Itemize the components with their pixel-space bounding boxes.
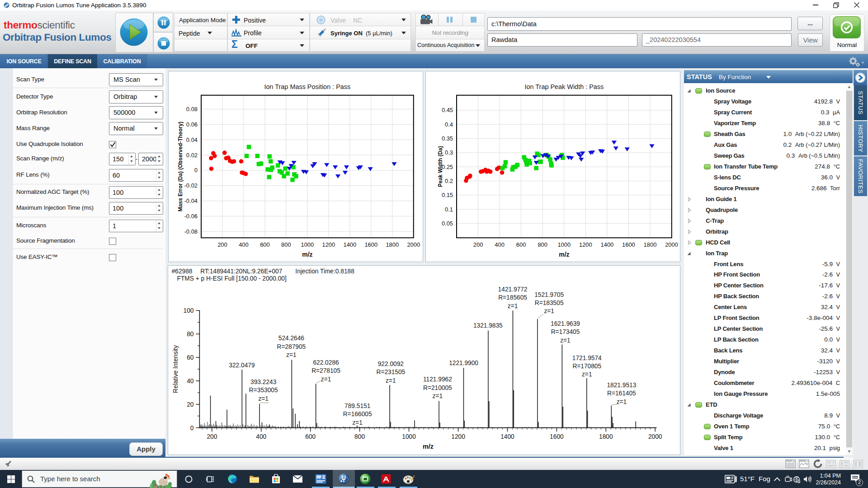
svg-text:0.02: 0.02 xyxy=(186,152,198,159)
svg-text:0.06: 0.06 xyxy=(186,121,198,128)
svg-text:R=185605: R=185605 xyxy=(498,294,527,301)
svg-text:1221.9900: 1221.9900 xyxy=(449,360,478,366)
svg-text:1421.9772: 1421.9772 xyxy=(498,286,528,293)
svg-text:0.45: 0.45 xyxy=(442,107,453,113)
svg-text:RT:1489441:20NL:9.26E+007: RT:1489441:20NL:9.26E+007 xyxy=(200,268,282,275)
svg-text:1000: 1000 xyxy=(557,241,571,248)
svg-text:0.3: 0.3 xyxy=(445,149,453,156)
svg-text:R=353005: R=353005 xyxy=(249,387,278,394)
svg-text:Mass Error (Da) (Observed-Theo: Mass Error (Da) (Observed-Theory) xyxy=(177,122,184,211)
svg-text:2000: 2000 xyxy=(648,433,662,440)
svg-text:1400: 1400 xyxy=(500,433,514,440)
svg-text:1200: 1200 xyxy=(579,241,592,248)
svg-text:R=170805: R=170805 xyxy=(572,363,601,370)
svg-text:z=1: z=1 xyxy=(321,376,331,383)
svg-text:200: 200 xyxy=(207,433,217,440)
svg-text:0: 0 xyxy=(190,425,194,432)
svg-text:-0.04: -0.04 xyxy=(184,197,198,204)
svg-text:2000: 2000 xyxy=(665,241,678,248)
svg-text:R=210005: R=210005 xyxy=(423,385,452,391)
svg-text:z=1: z=1 xyxy=(286,352,297,358)
svg-text:0.2: 0.2 xyxy=(445,178,453,184)
svg-text:Injection Time:0.8188: Injection Time:0.8188 xyxy=(295,268,354,275)
svg-text:800: 800 xyxy=(281,241,291,248)
svg-text:1321.9835: 1321.9835 xyxy=(473,322,503,329)
svg-text:922.0092: 922.0092 xyxy=(378,361,404,367)
svg-text:1721.9574: 1721.9574 xyxy=(572,355,602,361)
svg-text:600: 600 xyxy=(305,433,316,440)
svg-text:60: 60 xyxy=(187,354,194,361)
svg-text:Relative Intensity: Relative Intensity xyxy=(172,345,179,393)
svg-text:z=1: z=1 xyxy=(582,371,592,378)
svg-text:200: 200 xyxy=(217,241,227,248)
svg-text:1821.9513: 1821.9513 xyxy=(607,382,636,389)
svg-text:m/z: m/z xyxy=(423,443,434,450)
svg-text:600: 600 xyxy=(260,241,270,248)
svg-text:2000: 2000 xyxy=(407,241,420,248)
svg-text:1200: 1200 xyxy=(451,433,465,440)
svg-text:R=166005: R=166005 xyxy=(343,411,372,418)
svg-text:100: 100 xyxy=(184,307,194,314)
svg-text:322.0479: 322.0479 xyxy=(229,362,255,369)
svg-text:40: 40 xyxy=(187,378,194,385)
svg-text:z=1: z=1 xyxy=(508,303,518,310)
svg-text:0.35: 0.35 xyxy=(442,135,453,142)
svg-text:200: 200 xyxy=(473,241,483,248)
svg-text:z=1: z=1 xyxy=(386,377,396,384)
svg-text:80: 80 xyxy=(187,331,194,338)
svg-text:R=161405: R=161405 xyxy=(607,390,636,397)
svg-text:Ion Trap Mass Position : Pass: Ion Trap Mass Position : Pass xyxy=(264,83,350,90)
svg-text:z=1: z=1 xyxy=(258,395,269,402)
svg-text:Peak Width (Da): Peak Width (Da) xyxy=(437,146,443,187)
svg-text:1621.9639: 1621.9639 xyxy=(551,320,580,327)
svg-text:1521.9705: 1521.9705 xyxy=(534,291,564,298)
svg-text:600: 600 xyxy=(516,241,526,248)
svg-text:1121.9962: 1121.9962 xyxy=(423,376,452,383)
svg-text:0.1: 0.1 xyxy=(445,206,453,213)
svg-text:z=1: z=1 xyxy=(544,308,554,314)
svg-text:0.04: 0.04 xyxy=(186,136,198,143)
svg-text:0.05: 0.05 xyxy=(442,220,453,227)
svg-text:400: 400 xyxy=(495,241,505,248)
svg-text:1400: 1400 xyxy=(343,241,356,248)
svg-text:1400: 1400 xyxy=(601,241,614,248)
svg-text:z=1: z=1 xyxy=(433,393,443,399)
svg-text:1600: 1600 xyxy=(550,433,564,440)
svg-text:-0.08: -0.08 xyxy=(184,228,198,235)
svg-text:800: 800 xyxy=(354,433,365,440)
svg-text:#62988: #62988 xyxy=(172,268,193,275)
svg-text:FTMS + p H-ESI Full [150.00 -: FTMS + p H-ESI Full [150.00 - 2000.00] xyxy=(177,275,287,282)
svg-text:R=231505: R=231505 xyxy=(377,369,406,375)
svg-text:524.2646: 524.2646 xyxy=(278,335,305,342)
svg-text:1000: 1000 xyxy=(402,433,416,440)
svg-text:-0.02: -0.02 xyxy=(184,182,198,189)
svg-text:0.08: 0.08 xyxy=(186,106,198,113)
svg-text:1600: 1600 xyxy=(622,241,635,248)
svg-text:400: 400 xyxy=(256,433,266,440)
svg-text:R=278105: R=278105 xyxy=(311,367,340,374)
svg-text:0.4: 0.4 xyxy=(445,121,453,128)
svg-text:z=1: z=1 xyxy=(560,337,571,344)
svg-text:R=183505: R=183505 xyxy=(535,300,564,306)
svg-text:m/z: m/z xyxy=(302,251,312,258)
svg-text:z=1: z=1 xyxy=(617,399,627,405)
svg-text:1800: 1800 xyxy=(644,241,657,248)
svg-text:1600: 1600 xyxy=(364,241,377,248)
svg-text:R=173405: R=173405 xyxy=(551,328,580,335)
svg-text:800: 800 xyxy=(538,241,547,248)
svg-text:622.0286: 622.0286 xyxy=(313,359,339,366)
svg-text:R=287905: R=287905 xyxy=(277,343,306,350)
svg-text:1800: 1800 xyxy=(386,241,399,248)
svg-text:z=1: z=1 xyxy=(352,419,363,426)
svg-text:393.2243: 393.2243 xyxy=(250,379,277,385)
svg-text:Ion Trap Peak Width : Pass: Ion Trap Peak Width : Pass xyxy=(525,83,604,90)
svg-text:0: 0 xyxy=(194,167,198,174)
svg-text:20: 20 xyxy=(187,401,194,408)
svg-text:789.5151: 789.5151 xyxy=(344,403,370,409)
svg-text:-0.06: -0.06 xyxy=(184,213,198,220)
svg-text:400: 400 xyxy=(239,241,249,248)
svg-text:0.15: 0.15 xyxy=(442,192,453,198)
svg-text:1000: 1000 xyxy=(301,241,314,248)
svg-text:m/z: m/z xyxy=(559,251,569,258)
svg-text:1200: 1200 xyxy=(322,241,335,248)
